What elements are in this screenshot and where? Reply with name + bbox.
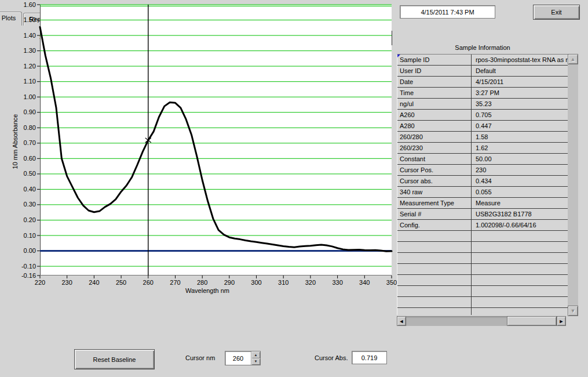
sample-info-field-name[interactable] bbox=[397, 253, 472, 263]
sample-info-field-value[interactable]: 35.23 bbox=[472, 99, 568, 109]
datetime-value: 4/15/2011 7:43 PM bbox=[421, 9, 474, 16]
sample-info-field-value[interactable] bbox=[472, 242, 568, 252]
y-tick-label: 0.40 bbox=[0, 186, 36, 193]
y-tick-label: 0.00 bbox=[0, 247, 36, 254]
sample-info-field-name[interactable] bbox=[397, 231, 472, 241]
sample-info-row bbox=[397, 275, 568, 286]
scroll-up-icon: ▲ bbox=[571, 56, 576, 62]
sample-info-field-name[interactable]: A260 bbox=[397, 110, 472, 120]
sample-info-field-value[interactable]: 1.62 bbox=[472, 143, 568, 153]
sample-info-field-name[interactable]: 260/230 bbox=[397, 143, 472, 153]
table-vertical-scrollbar-track[interactable] bbox=[568, 64, 578, 306]
sample-info-row bbox=[397, 297, 568, 308]
sample-info-row: Sample IDrpos-30minpoststat-tex RNA as r… bbox=[397, 55, 568, 66]
sample-info-row: A2800.447 bbox=[397, 121, 568, 132]
sample-info-field-value[interactable]: 0.434 bbox=[472, 176, 568, 186]
sample-info-field-value[interactable] bbox=[472, 297, 568, 307]
y-tick-label: 1.30 bbox=[0, 47, 36, 54]
cursor-nm-down-icon[interactable]: ▼ bbox=[251, 358, 260, 365]
sample-info-row bbox=[397, 253, 568, 264]
sample-info-row: Measurement TypeMeasure bbox=[397, 198, 568, 209]
sample-info-row: 260/2301.62 bbox=[397, 143, 568, 154]
sample-info-row bbox=[397, 242, 568, 253]
exit-button[interactable]: Exit bbox=[533, 5, 580, 20]
cursor-nm-up-icon[interactable]: ▲ bbox=[251, 351, 260, 358]
table-horizontal-scrollbar-thumb[interactable] bbox=[507, 316, 557, 326]
y-tick-label: 0.20 bbox=[0, 216, 36, 223]
sample-info-field-name[interactable] bbox=[397, 286, 472, 296]
sample-info-field-value[interactable] bbox=[472, 264, 568, 274]
cursor-nm-label: Cursor nm bbox=[185, 354, 215, 361]
sample-info-field-name[interactable]: Sample ID bbox=[397, 55, 472, 65]
sample-info-field-name[interactable] bbox=[397, 308, 472, 315]
sample-info-field-name[interactable] bbox=[397, 297, 472, 307]
sample-info-row: 260/2801.58 bbox=[397, 132, 568, 143]
sample-info-field-value[interactable]: 0.447 bbox=[472, 121, 568, 131]
sample-info-row: 340 raw0.055 bbox=[397, 187, 568, 198]
cursor-nm-spinner[interactable]: 260 ▲ ▼ bbox=[225, 351, 261, 365]
x-tick-label: 240 bbox=[83, 279, 104, 286]
table-scroll-up-button[interactable]: ▲ bbox=[568, 54, 578, 64]
reset-baseline-label: Reset Baseline bbox=[93, 356, 136, 363]
y-tick-label: 0.30 bbox=[0, 201, 36, 208]
sample-info-field-value[interactable] bbox=[472, 231, 568, 241]
sample-info-field-name[interactable]: Time bbox=[397, 88, 472, 98]
sample-info-field-name[interactable]: Constant bbox=[397, 154, 472, 164]
table-scroll-down-button[interactable]: ▼ bbox=[568, 306, 578, 316]
sample-info-row bbox=[397, 264, 568, 275]
sample-info-row: A2600.705 bbox=[397, 110, 568, 121]
sample-info-field-name[interactable] bbox=[397, 242, 472, 252]
x-tick-label: 310 bbox=[273, 279, 294, 286]
sample-info-field-name[interactable]: Date bbox=[397, 77, 472, 87]
sample-info-field-value[interactable]: 50.00 bbox=[472, 154, 568, 164]
sample-info-field-name[interactable]: Measurement Type bbox=[397, 198, 472, 208]
spectrum-svg[interactable] bbox=[40, 5, 392, 276]
x-tick-label: 300 bbox=[246, 279, 267, 286]
reset-baseline-button[interactable]: Reset Baseline bbox=[74, 349, 155, 369]
sample-info-field-value[interactable]: Measure bbox=[472, 198, 568, 208]
sample-info-field-name[interactable]: Serial # bbox=[397, 209, 472, 219]
sample-info-row: Cursor Pos.230 bbox=[397, 165, 568, 176]
sample-info-field-name[interactable]: A280 bbox=[397, 121, 472, 131]
sample-info-field-name[interactable] bbox=[397, 264, 472, 274]
sample-info-field-value[interactable]: 1.58 bbox=[472, 132, 568, 142]
sample-information-panel: Sample Information Sample IDrpos-30minpo… bbox=[396, 43, 580, 328]
sample-info-field-value[interactable] bbox=[472, 286, 568, 296]
x-tick-label: 330 bbox=[327, 279, 348, 286]
table-scroll-right-button[interactable]: ► bbox=[557, 316, 566, 326]
sample-info-field-value[interactable]: USB2G3182 B1778 bbox=[472, 209, 568, 219]
tab-plots[interactable]: Plots bbox=[0, 12, 22, 26]
x-tick-label: 340 bbox=[354, 279, 375, 286]
sample-info-field-value[interactable]: 0.055 bbox=[472, 187, 568, 197]
sample-info-field-name[interactable]: User ID bbox=[397, 66, 472, 76]
sample-info-field-value[interactable]: 0.705 bbox=[472, 110, 568, 120]
sample-info-field-name[interactable]: ng/ul bbox=[397, 99, 472, 109]
y-tick-label: 1.00 bbox=[0, 93, 36, 100]
sample-info-field-value[interactable] bbox=[472, 308, 568, 315]
x-tick-label: 260 bbox=[138, 279, 159, 286]
sample-info-field-value[interactable]: 1.002098/-0.66/64/16 bbox=[472, 220, 568, 230]
sample-info-row bbox=[397, 308, 568, 315]
sample-info-field-name[interactable]: 340 raw bbox=[397, 187, 472, 197]
sample-info-field-name[interactable]: Config. bbox=[397, 220, 472, 230]
y-axis-title: 10 mm Absorbance bbox=[12, 101, 19, 182]
sample-info-field-value[interactable]: Default bbox=[472, 66, 568, 76]
sample-information-title: Sample Information bbox=[396, 44, 569, 51]
sample-info-field-name[interactable]: Cursor Pos. bbox=[397, 165, 472, 175]
sample-info-field-value[interactable] bbox=[472, 275, 568, 285]
cursor-nm-value[interactable]: 260 bbox=[225, 351, 251, 365]
sample-info-row: Time3:27 PM bbox=[397, 88, 568, 99]
sample-info-field-value[interactable]: 3:27 PM bbox=[472, 88, 568, 98]
sample-info-field-value[interactable] bbox=[472, 253, 568, 263]
datetime-display: 4/15/2011 7:43 PM bbox=[400, 5, 495, 19]
sample-info-field-value[interactable]: 4/15/2011 bbox=[472, 77, 568, 87]
sample-info-row: User IDDefault bbox=[397, 66, 568, 77]
sample-info-field-value[interactable]: 230 bbox=[472, 165, 568, 175]
sample-info-field-name[interactable] bbox=[397, 275, 472, 285]
y-tick-label: 1.40 bbox=[0, 32, 36, 39]
sample-info-row: Constant50.00 bbox=[397, 154, 568, 165]
sample-info-field-name[interactable]: Cursor abs. bbox=[397, 176, 472, 186]
sample-info-field-value[interactable]: rpos-30minpoststat-tex RNA as re bbox=[472, 55, 568, 65]
table-scroll-left-button[interactable]: ◄ bbox=[397, 316, 406, 326]
sample-info-field-name[interactable]: 260/280 bbox=[397, 132, 472, 142]
